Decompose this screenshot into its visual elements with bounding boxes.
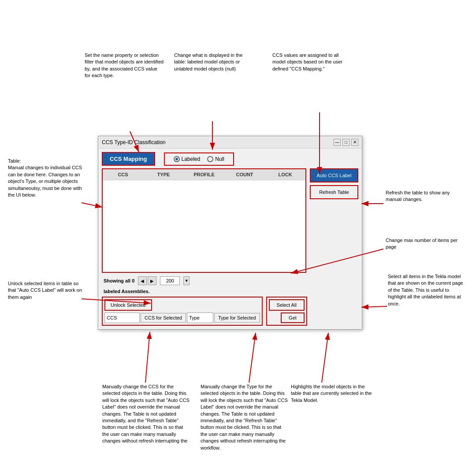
auto-ccs-label-button[interactable]: Auto CCS Label bbox=[310, 168, 358, 182]
labeled-radio-label: Labeled bbox=[182, 156, 201, 162]
annotation-right-maxitems: Change max number of items per page bbox=[386, 237, 465, 251]
null-radio-button[interactable] bbox=[207, 156, 213, 162]
annotation-type-text: Manually change the Type for the selecte… bbox=[201, 384, 288, 450]
showing-row: Showing all 0 ◀ ▶ ▼ bbox=[102, 275, 358, 286]
get-button[interactable]: Get bbox=[281, 312, 305, 323]
annotation-unlock-text: Unlock selected items in table so that "… bbox=[8, 281, 82, 300]
labeled-radio-button[interactable] bbox=[174, 156, 180, 162]
annotation-mid-left: Table:Manual changes to individual CCS c… bbox=[8, 158, 87, 198]
dialog-title: CCS Type-ID Classification bbox=[102, 139, 166, 145]
unlock-selected-button[interactable]: Unlock Selected bbox=[104, 299, 152, 311]
dialog-titlebar: CCS Type-ID Classification — □ ✕ bbox=[98, 136, 362, 149]
svg-line-11 bbox=[322, 333, 328, 383]
bottom-right-box: Select All Get bbox=[266, 297, 307, 326]
ccs-dialog: CCS Type-ID Classification — □ ✕ CCS Map… bbox=[98, 136, 362, 330]
labeled-radio-option[interactable]: Labeled bbox=[174, 156, 201, 162]
col-header-profile: PROFILE bbox=[184, 171, 224, 178]
type-input[interactable] bbox=[187, 312, 213, 323]
close-button[interactable]: ✕ bbox=[351, 139, 358, 146]
annotation-bottom-right-selectall: Select all items in the Tekla model that… bbox=[388, 273, 467, 307]
minimize-button[interactable]: — bbox=[334, 139, 341, 146]
showing-suffix: labeled Assemblies. bbox=[102, 289, 358, 294]
annotation-right-refresh: Refresh the table to show any manual cha… bbox=[386, 190, 465, 203]
null-radio-label: Null bbox=[215, 156, 224, 162]
ccs-for-selected-button[interactable]: CCS for Selected bbox=[141, 313, 186, 323]
annotation-ccs-text: Manually change the CCS for the selected… bbox=[102, 384, 190, 443]
input-row: CCS for Selected Type for Selected bbox=[104, 312, 260, 323]
annotation-get-text: Highlights the model objects in the tabl… bbox=[291, 384, 372, 403]
radio-group: Labeled Null bbox=[164, 152, 234, 166]
actions-row: Unlock Selected bbox=[104, 299, 260, 311]
top-row: CCS Mapping Labeled Null bbox=[102, 152, 358, 166]
table-container: CCS TYPE PROFILE COUNT LOCK bbox=[102, 168, 306, 273]
table-section: CCS TYPE PROFILE COUNT LOCK Auto CCS Lab… bbox=[102, 168, 358, 273]
refresh-table-button[interactable]: Refresh Table bbox=[310, 185, 358, 199]
ccs-input[interactable] bbox=[104, 312, 140, 323]
table-body[interactable] bbox=[103, 180, 305, 272]
annotation-bottom-ccs: Manually change the CCS for the selected… bbox=[102, 383, 190, 445]
select-all-button[interactable]: Select All bbox=[269, 299, 305, 311]
annotation-top-mid: Change what is displayed in the table: l… bbox=[174, 52, 253, 72]
annotation-mid-left-text: Table:Manual changes to individual CCS c… bbox=[8, 158, 82, 197]
page-size-dropdown[interactable]: ▼ bbox=[183, 276, 190, 285]
svg-line-8 bbox=[361, 306, 387, 307]
prev-page-button[interactable]: ◀ bbox=[138, 276, 147, 285]
maximize-button[interactable]: □ bbox=[342, 139, 350, 146]
dialog-body: CCS Mapping Labeled Null CCS TYPE PROFIL… bbox=[98, 149, 362, 329]
ccs-mapping-button[interactable]: CCS Mapping bbox=[102, 152, 155, 166]
annotation-bottom-get: Highlights the model objects in the tabl… bbox=[291, 383, 372, 404]
showing-text: Showing all 0 bbox=[104, 278, 134, 283]
annotation-selectall-text: Select all items in the Tekla model that… bbox=[388, 274, 463, 306]
table-header: CCS TYPE PROFILE COUNT LOCK bbox=[103, 169, 305, 180]
annotation-top-left: Set the name property or selection filte… bbox=[85, 52, 164, 79]
annotation-bottom-left-unlock: Unlock selected items in table so that "… bbox=[8, 280, 87, 301]
annotation-bottom-type: Manually change the Type for the selecte… bbox=[201, 383, 289, 451]
type-for-selected-button[interactable]: Type for Selected bbox=[214, 313, 260, 323]
svg-line-10 bbox=[249, 333, 256, 383]
col-header-lock: LOCK bbox=[265, 171, 305, 178]
nav-buttons: ◀ ▶ bbox=[138, 276, 156, 285]
page-size-input[interactable] bbox=[160, 276, 180, 285]
right-buttons: Auto CCS Label Refresh Table bbox=[310, 168, 358, 273]
bottom-controls-box: Unlock Selected CCS for Selected Type fo… bbox=[102, 297, 263, 326]
annotation-top-right: CCS values are assigned to all model obj… bbox=[272, 52, 352, 72]
bottom-row: Unlock Selected CCS for Selected Type fo… bbox=[102, 297, 358, 326]
next-page-button[interactable]: ▶ bbox=[148, 276, 156, 285]
col-header-type: TYPE bbox=[143, 171, 184, 178]
null-radio-option[interactable]: Null bbox=[207, 156, 224, 162]
title-controls: — □ ✕ bbox=[334, 139, 358, 146]
col-header-ccs: CCS bbox=[103, 171, 143, 178]
svg-line-9 bbox=[145, 332, 150, 383]
col-header-count: COUNT bbox=[224, 171, 265, 178]
